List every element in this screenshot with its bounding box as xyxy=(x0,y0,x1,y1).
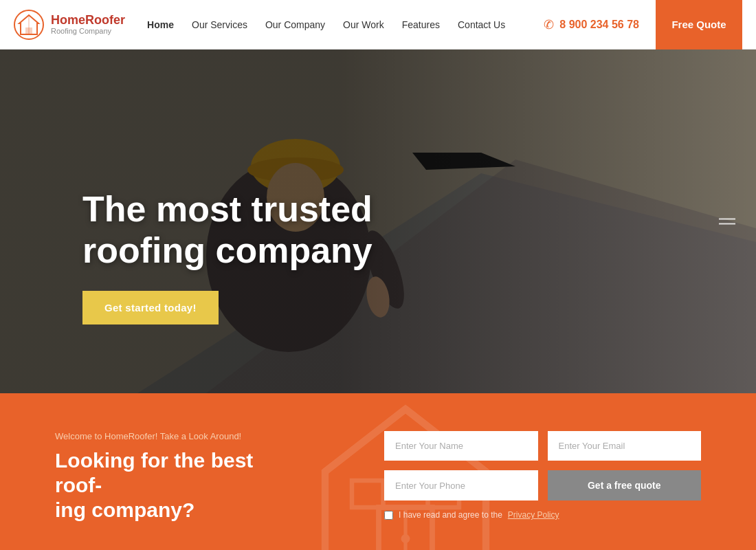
privacy-checkbox-row: I have read and agree to the Privacy Pol… xyxy=(384,510,701,520)
svg-point-21 xyxy=(401,534,410,543)
nav-our-company[interactable]: Our Company xyxy=(265,19,325,30)
phone-icon: ✆ xyxy=(544,17,554,32)
header-right: ✆ 8 900 234 56 78 Free Quote xyxy=(527,0,742,50)
form-row-2: Get a free quote xyxy=(384,470,701,500)
hero-cta-button[interactable]: Get started today! xyxy=(82,291,219,324)
svg-rect-19 xyxy=(352,481,383,507)
nav-contact-us[interactable]: Contact Us xyxy=(458,19,505,30)
phone-number: 8 900 234 56 78 xyxy=(559,19,639,31)
email-input[interactable] xyxy=(548,431,701,461)
hero-content: The most trusted roofing company Get sta… xyxy=(82,189,373,324)
phone-area: ✆ 8 900 234 56 78 xyxy=(527,17,656,32)
logo-icon xyxy=(14,10,44,40)
orange-section: Welcome to HomeRoofer! Take a Look Aroun… xyxy=(0,393,756,550)
checkbox-label: I have read and agree to the xyxy=(399,510,502,520)
logo-text: HomeRoofer Roofing Company xyxy=(51,14,125,36)
logo-name: HomeRoofer xyxy=(51,14,125,28)
hero-title: The most trusted roofing company xyxy=(82,189,373,272)
quote-form: Get a free quote I have read and agree t… xyxy=(384,431,701,520)
header: HomeRoofer Roofing Company Home Our Serv… xyxy=(0,0,756,50)
orange-heading: Looking for the best roof- ing company? xyxy=(55,448,289,522)
scroll-line-2 xyxy=(719,223,735,225)
logo[interactable]: HomeRoofer Roofing Company xyxy=(14,10,125,40)
nav-our-services[interactable]: Our Services xyxy=(192,19,247,30)
free-quote-button[interactable]: Free Quote xyxy=(656,0,742,50)
form-row-1 xyxy=(384,431,701,461)
main-nav: Home Our Services Our Company Our Work F… xyxy=(147,19,505,30)
nav-our-work[interactable]: Our Work xyxy=(343,19,384,30)
scroll-line-1 xyxy=(719,219,735,220)
orange-welcome-text: Welcome to HomeRoofer! Take a Look Aroun… xyxy=(55,431,343,441)
nav-home[interactable]: Home xyxy=(147,19,174,30)
hero-scroll-indicator xyxy=(719,219,735,225)
phone-input[interactable] xyxy=(384,470,537,500)
name-input[interactable] xyxy=(384,431,537,461)
privacy-policy-link[interactable]: Privacy Policy xyxy=(508,510,559,520)
orange-left-content: Welcome to HomeRoofer! Take a Look Aroun… xyxy=(55,431,343,522)
logo-tagline: Roofing Company xyxy=(51,27,125,35)
privacy-checkbox[interactable] xyxy=(384,511,393,520)
get-quote-button[interactable]: Get a free quote xyxy=(548,470,701,500)
hero-section: The most trusted roofing company Get sta… xyxy=(0,50,756,393)
nav-features[interactable]: Features xyxy=(402,19,440,30)
